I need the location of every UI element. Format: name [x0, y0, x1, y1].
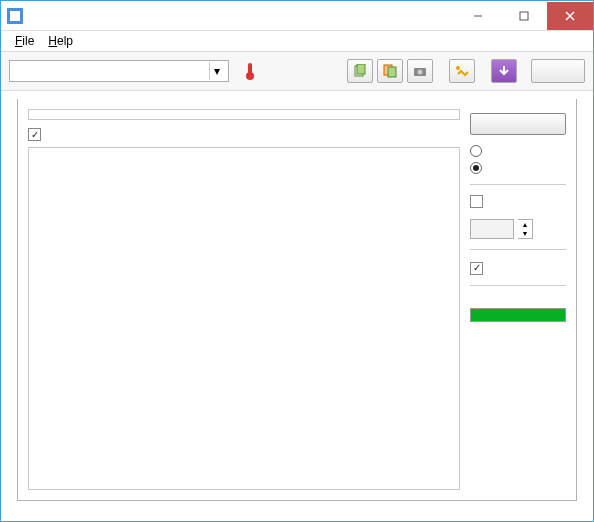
checkbox-icon — [28, 128, 41, 141]
screenshot-button[interactable] — [407, 59, 433, 83]
start-button[interactable] — [470, 113, 566, 135]
stroke-stepper[interactable]: ▲▼ — [518, 219, 533, 239]
exit-button[interactable] — [531, 59, 585, 83]
options-button[interactable] — [449, 59, 475, 83]
svg-rect-3 — [520, 12, 528, 20]
svg-point-13 — [418, 70, 423, 75]
drive-select[interactable]: ▾ — [9, 60, 229, 82]
menu-file[interactable]: File — [9, 32, 40, 50]
align-checkbox[interactable] — [470, 260, 566, 275]
menubar: File Help — [1, 31, 593, 51]
results-table — [28, 109, 460, 120]
rw-radiogroup — [470, 143, 566, 174]
svg-rect-11 — [388, 67, 396, 77]
close-button[interactable] — [547, 2, 593, 30]
checkbox-icon — [470, 262, 483, 275]
menu-help[interactable]: Help — [42, 32, 79, 50]
app-icon — [7, 8, 23, 24]
save-button[interactable] — [491, 59, 517, 83]
thermometer-icon — [243, 61, 257, 81]
short-stroke-checkbox[interactable] — [470, 195, 566, 211]
temperature-display — [243, 61, 261, 81]
checkbox-icon — [470, 195, 483, 208]
svg-point-14 — [456, 66, 460, 70]
progress-bar — [470, 308, 566, 322]
cache-checkbox[interactable] — [28, 128, 460, 141]
write-radio[interactable] — [470, 160, 566, 174]
maximize-button[interactable] — [501, 2, 547, 30]
titlebar — [1, 1, 593, 31]
copy-info-button[interactable] — [347, 59, 373, 83]
read-radio[interactable] — [470, 143, 566, 157]
stroke-value-input — [470, 219, 514, 239]
svg-rect-7 — [248, 63, 252, 75]
minimize-button[interactable] — [455, 2, 501, 30]
throughput-chart — [28, 147, 460, 490]
chevron-down-icon: ▾ — [209, 62, 224, 80]
svg-rect-1 — [10, 11, 20, 21]
copy-screenshot-button[interactable] — [377, 59, 403, 83]
toolbar: ▾ — [1, 51, 593, 91]
svg-rect-9 — [357, 64, 365, 74]
